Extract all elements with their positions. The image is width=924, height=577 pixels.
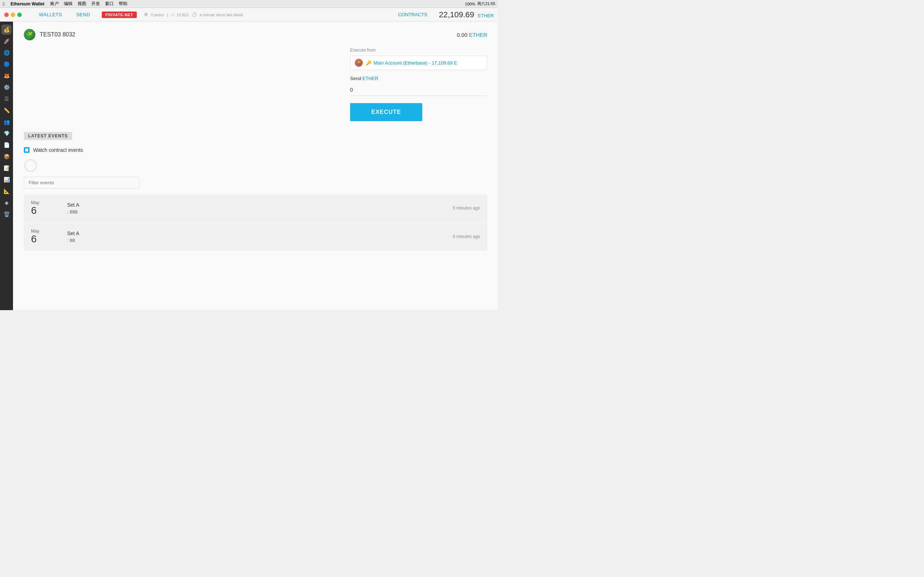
network-status: ⌘ 0 peers | ◇ 10,821 🕐 a minute since la… bbox=[144, 12, 243, 17]
event-date-1: May 6 bbox=[31, 200, 60, 216]
execute-from-label: Execute from bbox=[350, 48, 487, 53]
sidebar-icon-list[interactable]: ☰ bbox=[2, 94, 11, 104]
contract-avatar: 🧩 bbox=[24, 29, 36, 40]
sidebar-icon-note[interactable]: 📄 bbox=[2, 140, 11, 150]
send-ether-label: Send ETHER bbox=[350, 76, 487, 81]
tab-wallets[interactable]: WALLETS bbox=[32, 10, 69, 19]
event-row: May 6 Set A : 888 5 minutes ago bbox=[24, 194, 487, 222]
sidebar-icon-eth[interactable]: ◆ bbox=[2, 198, 11, 208]
title-bar: WALLETS SEND PRIVATE-NET ⌘ 0 peers | ◇ 1… bbox=[0, 8, 498, 22]
maximize-button[interactable] bbox=[17, 13, 22, 17]
total-balance: 22,109.69 ETHER bbox=[439, 10, 494, 19]
contracts-link[interactable]: CONTRACTS bbox=[398, 12, 427, 17]
event-date-2: May 6 bbox=[31, 229, 60, 245]
peers-icon: ⌘ bbox=[144, 12, 148, 17]
contract-name: TEST03 8032 bbox=[40, 31, 76, 38]
right-panel: Execute from 🧩 🔑 Main Account (Etherbase… bbox=[350, 48, 487, 121]
contract-header: 🧩 TEST03 8032 0.00 ETHER bbox=[24, 29, 487, 40]
execute-button[interactable]: EXECUTE bbox=[350, 103, 422, 121]
menu-bar-right: 100% 周六21:55 bbox=[465, 1, 495, 6]
sidebar-icon-word[interactable]: 📝 bbox=[2, 163, 11, 173]
event-value-1: : 888 bbox=[67, 209, 453, 214]
account-avatar: 🧩 bbox=[355, 59, 363, 67]
sidebar-icon-chrome[interactable]: 🔵 bbox=[2, 59, 11, 69]
sidebar-icon-excel[interactable]: 📊 bbox=[2, 174, 11, 185]
close-button[interactable] bbox=[4, 13, 9, 17]
menu-window[interactable]: 窗口 bbox=[105, 1, 114, 7]
content-body: Execute from 🧩 🔑 Main Account (Etherbase… bbox=[24, 48, 487, 121]
event-month-1: May bbox=[31, 200, 39, 205]
balance-amount: 22,109.69 bbox=[439, 10, 474, 19]
tab-send[interactable]: SEND bbox=[69, 10, 97, 19]
main-content: 🧩 TEST03 8032 0.00 ETHER Execute from 🧩 bbox=[13, 22, 498, 310]
watch-events-label: Watch contract events bbox=[33, 147, 83, 153]
event-details-2: Set A : 88 bbox=[60, 230, 453, 243]
nav-tabs: WALLETS SEND bbox=[32, 10, 97, 19]
sidebar-icon-fire[interactable]: 🦊 bbox=[2, 71, 11, 81]
event-day-1: 6 bbox=[31, 205, 37, 216]
private-net-badge: PRIVATE-NET bbox=[102, 11, 137, 18]
watch-events-checkbox[interactable] bbox=[24, 147, 30, 153]
traffic-lights bbox=[4, 13, 22, 17]
sidebar: 💰 🚀 🌐 🔵 🦊 ⚙️ ☰ ✏️ 👥 💎 📄 📦 📝 📊 📐 ◆ 🗑️ bbox=[0, 22, 13, 310]
watch-events-row: Watch contract events bbox=[24, 147, 487, 153]
left-panel bbox=[24, 48, 339, 121]
sidebar-icon-pencil[interactable]: ✏️ bbox=[2, 105, 11, 115]
amount-input[interactable] bbox=[350, 84, 487, 96]
account-selector[interactable]: 🧩 🔑 Main Account (Etherbase) - 17,109.69… bbox=[350, 56, 487, 70]
sidebar-icon-box[interactable]: 📦 bbox=[2, 152, 11, 161]
sidebar-icon-earth[interactable]: 🌐 bbox=[2, 48, 11, 58]
app-window: WALLETS SEND PRIVATE-NET ⌘ 0 peers | ◇ 1… bbox=[0, 8, 498, 310]
sidebar-icon-people[interactable]: 👥 bbox=[2, 117, 11, 127]
minimize-button[interactable] bbox=[11, 13, 15, 17]
app-name: Ethereum Wallet bbox=[10, 2, 44, 6]
layout: 💰 🚀 🌐 🔵 🦊 ⚙️ ☰ ✏️ 👥 💎 📄 📦 📝 📊 📐 ◆ 🗑️ 🧩 T… bbox=[0, 22, 498, 310]
send-currency: ETHER bbox=[362, 76, 378, 81]
key-icon: 🔑 bbox=[366, 60, 372, 66]
balance-currency: ETHER bbox=[478, 13, 494, 18]
menu-dev[interactable]: 开发 bbox=[91, 1, 100, 7]
event-name-2: Set A bbox=[67, 230, 453, 236]
sidebar-icon-wallet[interactable]: 💰 bbox=[2, 24, 11, 35]
event-row: May 6 Set A : 88 6 minutes ago bbox=[24, 223, 487, 251]
last-block-time: a minute since last block bbox=[200, 13, 243, 17]
sidebar-icon-diamond[interactable]: 💎 bbox=[2, 128, 11, 139]
menu-items: 账户 编辑 视图 开发 窗口 帮助 bbox=[50, 1, 128, 7]
loading-spinner bbox=[24, 159, 36, 171]
sidebar-icon-trash[interactable]: 🗑️ bbox=[2, 209, 11, 219]
menu-view[interactable]: 视图 bbox=[78, 1, 86, 7]
menu-bar:  Ethereum Wallet 账户 编辑 视图 开发 窗口 帮助 100%… bbox=[0, 0, 498, 8]
latest-events-header: LATEST EVENTS bbox=[24, 132, 72, 140]
clock: 周六21:55 bbox=[477, 1, 495, 6]
contract-balance-amount: 0.00 bbox=[457, 32, 467, 38]
contract-balance: 0.00 ETHER bbox=[457, 32, 487, 38]
apple-menu[interactable]:  bbox=[3, 1, 5, 7]
block-number: 10,821 bbox=[177, 13, 189, 17]
menu-accounts[interactable]: 账户 bbox=[50, 1, 59, 7]
event-day-2: 6 bbox=[31, 234, 37, 245]
menu-edit[interactable]: 编辑 bbox=[64, 1, 73, 7]
menu-help[interactable]: 帮助 bbox=[119, 1, 128, 7]
event-details-1: Set A : 888 bbox=[60, 202, 453, 214]
contract-balance-currency: ETHER bbox=[469, 32, 487, 38]
latest-events-section: LATEST EVENTS Watch contract events May … bbox=[24, 132, 487, 251]
clock-icon: 🕐 bbox=[192, 12, 197, 17]
event-month-2: May bbox=[31, 229, 39, 234]
sidebar-icon-gear[interactable]: ⚙️ bbox=[2, 82, 11, 92]
event-time-1: 5 minutes ago bbox=[453, 206, 480, 211]
event-name-1: Set A bbox=[67, 202, 453, 208]
peers-count: 0 peers bbox=[151, 13, 164, 17]
sidebar-icon-rocket[interactable]: 🚀 bbox=[2, 36, 11, 46]
block-icon: ◇ bbox=[171, 12, 174, 17]
account-name: Main Account (Etherbase) - 17,109.69 E bbox=[373, 60, 457, 66]
event-value-2: : 88 bbox=[67, 238, 453, 243]
sidebar-icon-powerpoint[interactable]: 📐 bbox=[2, 186, 11, 196]
battery-status: 100% bbox=[465, 2, 475, 6]
event-time-2: 6 minutes ago bbox=[453, 234, 480, 239]
filter-events-input[interactable] bbox=[24, 177, 139, 189]
